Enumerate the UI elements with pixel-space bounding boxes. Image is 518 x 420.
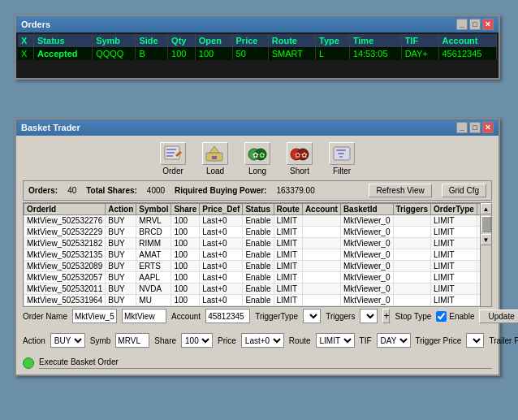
toolbar-order[interactable]: Order [160,142,186,175]
grid-cell: AAPL [136,272,171,284]
toolbar-long[interactable]: ✿ ✿ Long [244,142,270,175]
grid-cell: Last+0 [200,284,243,295]
add-trigger-button[interactable]: + [382,309,390,323]
route-select[interactable]: LIMIT [316,333,355,348]
table-row[interactable]: MktView_502531964BUYMU100Last+0EnableLIM… [24,295,481,306]
grid-cell: LIMIT [274,227,302,238]
buying-power-label: Riquired Buying Power: [175,186,266,195]
minimize-button[interactable]: _ [456,19,468,30]
basket-name-input[interactable] [122,309,166,323]
grid-cell: MktViewer_0 [340,238,393,249]
triggers-select[interactable] [360,309,378,323]
cell-side: B [136,47,168,60]
grid-cell: 100 [171,261,200,272]
symb-input[interactable] [115,333,149,348]
bottom-form: Order Name Account TriggerType Triggers … [23,309,492,355]
table-row[interactable]: MktView_502532057BUYAAPL100Last+0EnableL… [24,272,481,284]
basket-window: Basket Trader _ □ ✕ Order [15,118,500,376]
grid-cell [393,284,430,295]
tif-label: TIF [360,336,372,345]
grid-cell: BUY [106,261,136,272]
grid-cell: BUY [106,295,136,306]
account-label: Account [171,312,201,321]
grid-col-symbol: Symbol [136,204,171,215]
orders-header-row: X Status Symb Side Qty Open Price Route … [18,34,497,47]
trigger-price-select[interactable] [466,333,484,348]
order-name-input[interactable] [72,309,117,323]
scroll-up-arrow[interactable]: ▲ [481,203,492,214]
price-select[interactable]: Last+0 [241,333,284,348]
update-button[interactable]: Update [479,310,518,323]
long-icon: ✿ ✿ [244,142,270,165]
grid-cell: 100 [171,238,200,249]
table-row[interactable]: MktView_502532229BUYBRCD100Last+0EnableL… [24,227,481,238]
share-select[interactable]: 100 [181,333,213,348]
refresh-view-button[interactable]: Refresh View [369,184,431,197]
basket-titlebar: Basket Trader _ □ ✕ [16,119,499,136]
grid-cell: MktViewer_0 [340,272,393,284]
grid-cell: LIMIT [274,272,302,284]
scroll-down-arrow[interactable]: ▼ [481,234,492,245]
maximize-button[interactable]: □ [469,19,481,30]
action-select[interactable]: BUY [50,333,85,348]
basket-maximize-button[interactable]: □ [469,122,481,133]
cell-x: X [18,47,34,60]
trigger-type-select[interactable] [303,309,321,323]
enable-checkbox[interactable] [436,311,447,322]
grid-cell: Last+0 [200,238,243,249]
titlebar-controls: _ □ ✕ [456,19,494,30]
toolbar-long-label: Long [248,167,266,175]
basket-minimize-button[interactable]: _ [456,122,468,133]
grid-cell: LIMIT [430,284,477,295]
grid-cell: BRCD [136,227,171,238]
grid-cell [302,295,340,306]
buying-power-value: 163379.00 [276,186,314,195]
basket-close-button[interactable]: ✕ [482,122,494,133]
grid-cell: 100 [171,227,200,238]
toolbar-filter[interactable]: Filter [329,142,355,175]
grid-cell: BUY [106,227,136,238]
table-row[interactable]: MktView_502532011BUYNVDA100Last+0EnableL… [24,284,481,295]
col-header-time: Time [349,34,401,47]
total-shares-label: Total Shares: [86,186,137,195]
col-header-x: X [18,34,34,47]
table-row[interactable]: MktView_502532089BUYERTS100Last+0EnableL… [24,261,481,272]
toolbar-area: Order Load ✿ ✿ [19,139,495,179]
form-row-1: Order Name Account TriggerType Triggers … [23,309,492,323]
grid-cell: 100 [171,284,200,295]
grid-cell: Enable [243,249,274,261]
toolbar-load-label: Load [206,167,224,175]
grid-cfg-button[interactable]: Grid Cfg [442,184,486,197]
scroll-thumb[interactable] [481,216,491,232]
grid-scroll: OrderId Action Symbol Share Price_Def St… [24,203,480,306]
grid-cell: Enable [243,238,274,249]
account-input[interactable] [205,309,250,323]
grid-cell: Last+0 [200,272,243,284]
orders-window: Orders _ □ ✕ X Status Symb Side Qty Open… [15,15,500,80]
enable-checkbox-label[interactable]: Enable [436,311,474,322]
grid-cell: BUY [106,215,136,227]
toolbar-short[interactable]: ✿ ✿ Short [287,142,313,175]
close-button[interactable]: ✕ [482,19,494,30]
grid-scrollbar[interactable]: ▲ ▼ [480,203,491,306]
grid-cell: MktView_502532011 [24,284,106,295]
grid-cell: Last+0 [200,227,243,238]
grid-cell: Last+0 [200,261,243,272]
svg-rect-2 [166,152,175,154]
table-row[interactable]: X Accepted QQQQ B 100 100 50 SMART L 14:… [18,47,497,60]
grid-cell: LIMIT [430,261,477,272]
filter-icon [329,142,355,165]
svg-text:✿: ✿ [253,151,259,159]
cell-type: L [316,47,350,60]
basket-titlebar-controls: _ □ ✕ [456,122,494,133]
table-row[interactable]: MktView_502532276BUYMRVL100Last+0EnableL… [24,215,481,227]
table-row[interactable]: MktView_502532135BUYAMAT100Last+0EnableL… [24,249,481,261]
grid-wrapper: OrderId Action Symbol Share Price_Def St… [24,203,491,306]
status-indicator [23,357,34,369]
grid-cell: MktViewer_0 [340,284,393,295]
toolbar-load[interactable]: Load [202,142,228,175]
grid-cell: MU [136,295,171,306]
table-row[interactable]: MktView_502532182BUYRIMM100Last+0EnableL… [24,238,481,249]
tif-select[interactable]: DAY [377,333,411,348]
col-header-tif: TIF [401,34,438,47]
